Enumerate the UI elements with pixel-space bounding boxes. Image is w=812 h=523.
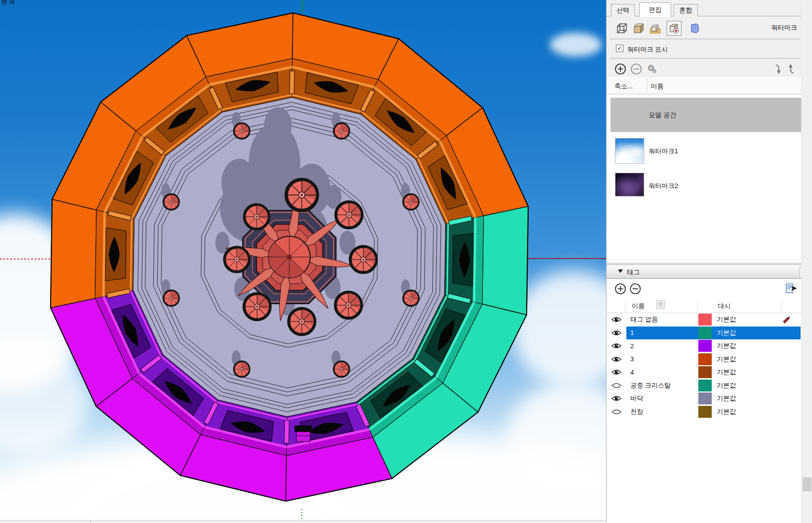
statusbar xyxy=(0,520,606,523)
visibility-eye-icon[interactable] xyxy=(607,329,626,336)
scrollbar-thumb[interactable] xyxy=(803,477,812,491)
edge-style-button[interactable] xyxy=(614,21,629,36)
col-thumbnail[interactable]: 축소... xyxy=(614,82,633,91)
tag-name: 4 xyxy=(630,369,634,376)
visibility-eye-icon[interactable] xyxy=(607,356,626,363)
column-divider[interactable] xyxy=(781,300,782,312)
tag-name: 천장 xyxy=(630,407,643,416)
remove-tag-button[interactable] xyxy=(629,283,641,295)
tag-name: 태그 없음 xyxy=(630,315,658,324)
tag-dash-value: 기본값 xyxy=(717,394,736,403)
visibility-eye-icon[interactable] xyxy=(607,395,626,402)
watermark-display-checkbox[interactable]: ✓ xyxy=(616,45,623,52)
tags-grid-header: 이름 ▽ 대시 xyxy=(607,298,812,313)
model-viewport[interactable]: 맨 위 xyxy=(0,0,606,520)
col-name[interactable]: 이름 xyxy=(651,82,664,91)
add-watermark-button[interactable] xyxy=(614,63,626,75)
tag-color-swatch[interactable] xyxy=(698,366,712,378)
column-divider[interactable] xyxy=(625,300,625,312)
tag-dash-value: 기본값 xyxy=(717,341,736,350)
tag-dash-value: 기본값 xyxy=(717,407,736,416)
move-watermark-up-icon[interactable] xyxy=(787,64,795,74)
filter-funnel-icon[interactable]: ▽ xyxy=(656,300,665,309)
tag-row[interactable]: 바닥 기본값 xyxy=(607,392,812,405)
tag-name: 공중 크리스탈 xyxy=(630,381,671,390)
watermark1-label: 워터마크1 xyxy=(649,147,678,156)
watermark2-label: 워터마크2 xyxy=(649,182,678,191)
tag-name: 1 xyxy=(630,329,634,336)
splitter-tick[interactable] xyxy=(90,521,91,523)
tag-list: 태그 없음 기본값 1 기본값 2 xyxy=(607,313,812,418)
tags-panel-title: 태그 xyxy=(627,268,640,277)
col-dashes[interactable]: 대시 xyxy=(718,302,731,311)
styles-tray-panel: 선택 편집 혼합 xyxy=(606,0,812,523)
col-tag-name[interactable]: 이름 xyxy=(632,302,645,311)
visibility-eye-icon[interactable] xyxy=(607,369,626,376)
remove-watermark-button[interactable] xyxy=(630,63,642,75)
watermark-list: 모델 공간 워터마크1 워터마크2 xyxy=(607,94,812,263)
app-window: 맨 위 선택 편집 혼합 xyxy=(0,0,812,523)
watermark1-thumbnail[interactable] xyxy=(615,138,644,164)
tab-edit[interactable]: 편집 xyxy=(639,2,671,17)
tag-row[interactable]: 3 기본값 xyxy=(607,353,812,366)
collapse-triangle-icon[interactable] xyxy=(618,269,623,273)
tag-name: 바닥 xyxy=(630,394,643,403)
tag-name: 2 xyxy=(630,342,634,350)
tag-row[interactable]: 공중 크리스탈 기본값 xyxy=(607,379,812,392)
tag-dash-value: 기본값 xyxy=(717,368,736,377)
gate xyxy=(295,426,312,442)
watermark-style-button[interactable] xyxy=(667,21,681,36)
tag-row[interactable]: 1 기본값 xyxy=(607,327,812,340)
tag-color-swatch[interactable] xyxy=(698,353,712,365)
tags-toolbar xyxy=(607,279,812,298)
tag-row[interactable]: 2 기본값 xyxy=(607,339,812,353)
modeling-style-button[interactable] xyxy=(687,21,702,36)
visibility-eye-icon[interactable] xyxy=(607,342,626,349)
watermark-row[interactable]: 워터마크1 xyxy=(610,138,801,170)
background-style-button[interactable] xyxy=(648,21,663,36)
column-divider[interactable] xyxy=(697,300,698,312)
watermark-row[interactable]: 워터마크2 xyxy=(610,173,801,204)
tag-name: 3 xyxy=(630,355,634,363)
section-title: 워터마크 xyxy=(771,23,797,32)
tag-dash-value: 기본값 xyxy=(717,381,736,390)
model-space-label: 모델 공간 xyxy=(649,111,677,120)
tag-color-swatch[interactable] xyxy=(698,392,712,404)
watermark-display-label: 워터마크 표시 xyxy=(627,45,668,54)
tab-select[interactable]: 선택 xyxy=(611,4,635,16)
move-watermark-down-icon[interactable] xyxy=(774,64,782,74)
tag-color-swatch[interactable] xyxy=(698,380,712,392)
column-divider[interactable] xyxy=(647,78,647,93)
watermark2-thumbnail[interactable] xyxy=(615,173,644,196)
tag-row[interactable]: 태그 없음 기본값 xyxy=(607,313,812,327)
view-name-overlay: 맨 위 xyxy=(1,0,15,6)
visibility-eye-icon[interactable] xyxy=(607,408,626,415)
visibility-eye-icon[interactable] xyxy=(607,316,626,323)
model-space-row[interactable]: 모델 공간 xyxy=(610,98,801,132)
tag-dash-value: 기본값 xyxy=(717,315,736,324)
tab-mix[interactable]: 혼합 xyxy=(674,4,698,16)
tag-dash-value: 기본값 xyxy=(717,355,736,364)
tag-row[interactable]: 4 기본값 xyxy=(607,366,812,379)
viewport-canvas[interactable] xyxy=(0,0,606,520)
visibility-eye-icon[interactable] xyxy=(607,382,626,389)
watermark-settings-gear-icon[interactable]: ⚙⚙ xyxy=(647,63,659,73)
pencil-icon[interactable] xyxy=(782,316,792,326)
tag-color-swatch[interactable] xyxy=(698,340,712,352)
tag-color-swatch[interactable] xyxy=(698,406,712,418)
tag-color-swatch[interactable] xyxy=(698,327,712,339)
tag-dash-value: 기본값 xyxy=(717,328,736,337)
styles-tabbar: 선택 편집 혼합 xyxy=(607,0,812,16)
tags-panel-header[interactable]: 태그 ✕ xyxy=(607,264,812,279)
tag-color-swatch[interactable] xyxy=(698,314,712,326)
style-settings-toolbar: 워터마크 xyxy=(607,16,812,39)
face-style-button[interactable] xyxy=(631,21,646,36)
watermark-display-row: ✓ 워터마크 표시 xyxy=(607,39,812,58)
panel-scrollbar[interactable] xyxy=(801,0,812,523)
add-tag-button[interactable] xyxy=(614,283,626,295)
tag-row[interactable]: 천장 기본값 xyxy=(607,405,812,419)
watermark-list-toolbar: ⚙⚙ xyxy=(607,59,812,77)
watermark-list-header: 축소... 이름 xyxy=(607,77,812,94)
tag-details-icon[interactable] xyxy=(785,283,798,295)
